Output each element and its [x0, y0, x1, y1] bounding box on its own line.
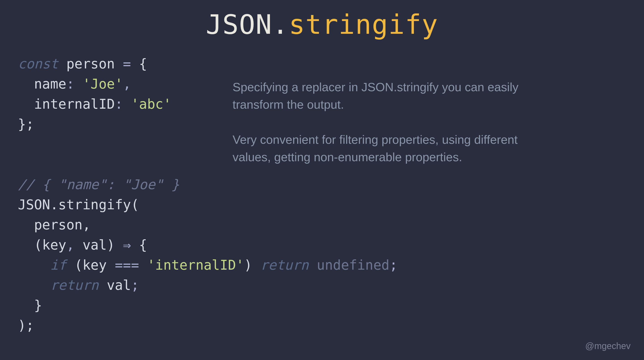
code-token: }	[34, 298, 42, 313]
code-token: (	[74, 257, 82, 273]
code-token: )	[107, 237, 123, 253]
code-token: {	[131, 56, 147, 72]
code-token: const	[18, 56, 58, 72]
code-token: val	[82, 237, 107, 253]
code-token: name	[34, 76, 66, 92]
code-token	[18, 76, 34, 92]
code-token: return	[50, 277, 99, 293]
code-token: 'internalID'	[147, 257, 244, 273]
code-token: JSON.stringify(	[18, 197, 139, 212]
code-token	[18, 298, 34, 313]
code-comment: // { "name": "Joe" }	[18, 177, 179, 192]
code-token: val	[107, 277, 131, 293]
description-paragraph-1: Specifying a replacer in JSON.stringify …	[232, 78, 541, 113]
code-token: ===	[115, 257, 139, 273]
code-token: internalID	[34, 96, 115, 112]
code-token: 'abc'	[131, 96, 172, 112]
code-token	[18, 217, 34, 232]
code-token: ;	[131, 277, 139, 293]
code-token: (	[34, 237, 42, 253]
code-token: )	[244, 257, 260, 273]
code-token: return	[260, 257, 309, 273]
code-token: key	[82, 257, 115, 273]
code-token: ,	[123, 76, 131, 92]
code-token: 'Joe'	[82, 76, 123, 92]
code-token: :	[66, 76, 82, 92]
code-token: if	[50, 257, 66, 273]
code-token: ;	[390, 257, 398, 273]
code-token	[98, 277, 107, 293]
code-token	[18, 237, 34, 253]
code-token	[18, 277, 50, 293]
author-handle: @mgechev	[585, 341, 630, 351]
code-token: ⇒	[123, 237, 131, 253]
description-paragraph-2: Very convenient for filtering properties…	[232, 131, 541, 166]
code-token: :	[115, 96, 131, 112]
code-token	[18, 257, 50, 273]
code-token: };	[18, 116, 34, 132]
title-part2: stringify	[289, 9, 438, 40]
code-token: person	[58, 56, 123, 72]
code-token: {	[131, 237, 147, 253]
code-token: key	[42, 237, 66, 253]
code-token	[308, 257, 317, 273]
code-token	[18, 96, 34, 112]
code-token: =	[123, 56, 131, 72]
code-token	[66, 257, 74, 273]
code-token: undefined	[317, 257, 390, 273]
slide-title: JSON.stringify	[0, 0, 644, 40]
code-token: );	[18, 318, 34, 333]
description-block: Specifying a replacer in JSON.stringify …	[232, 78, 541, 183]
code-token: person,	[34, 217, 90, 232]
code-token: ,	[66, 237, 82, 253]
title-part1: JSON.	[206, 9, 289, 40]
code-token	[139, 257, 147, 273]
